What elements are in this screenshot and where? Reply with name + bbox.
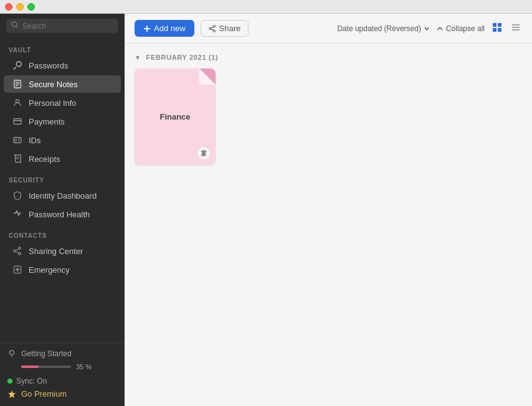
progress-percentage: 35 % [76,363,92,371]
health-icon [12,209,22,219]
chevron-down-icon [424,26,430,32]
svg-point-29 [213,30,215,32]
contacts-section-label: CONTACTS [0,224,125,242]
svg-rect-34 [498,23,501,27]
sidebar-item-emergency[interactable]: Emergency [4,261,121,278]
add-new-label: Add new [154,24,186,33]
lightbulb-icon [7,349,16,358]
svg-point-6 [16,100,19,103]
svg-rect-36 [498,28,501,32]
svg-line-32 [211,29,213,30]
svg-rect-33 [493,23,496,27]
progress-bar-bg [21,366,71,368]
svg-marker-25 [8,390,16,397]
list-view-button[interactable] [510,21,522,35]
add-new-button[interactable]: Add new [135,20,194,37]
svg-point-15 [19,247,21,250]
sidebar-item-label: Identity Dashboard [29,191,97,201]
sync-row: Sync: On [7,377,117,385]
month-header[interactable]: ▼ FEBRUARY 2021 (1) [135,54,522,61]
progress-bar-container: 35 % [21,363,117,371]
go-premium-row[interactable]: Go Premium [7,388,117,400]
key-icon [12,60,22,70]
note-icon [12,79,22,89]
getting-started-row: Getting Started [7,349,117,358]
share-icon [12,246,22,256]
collapse-triangle-icon: ▼ [135,54,141,61]
progress-bar-fill [21,366,39,368]
sidebar-item-label: Sharing Center [29,247,83,256]
grid-icon [492,22,502,32]
svg-point-10 [15,139,17,141]
sidebar-item-passwords[interactable]: Passwords [4,57,121,74]
shield-icon [12,191,22,201]
share-icon [209,25,216,32]
search-input[interactable] [22,22,113,31]
sort-control[interactable]: Date updated (Reversed) [337,24,430,33]
svg-rect-35 [493,28,496,32]
gear-icon [200,149,207,157]
svg-line-1 [16,26,18,28]
titlebar [0,0,532,14]
list-icon [511,22,521,32]
svg-point-16 [19,253,21,255]
sidebar-item-label: Personal Info [29,98,77,108]
collapse-icon [436,25,444,32]
note-card-finance[interactable]: Finance [135,68,216,165]
grid-view-button[interactable] [491,21,503,35]
toolbar: Add new Share Date updated (Reversed) Co… [125,14,532,44]
collapse-all-button[interactable]: Collapse all [436,24,485,33]
sync-label: Sync: On [16,377,47,385]
share-button[interactable]: Share [201,20,249,37]
sidebar-item-label: IDs [29,136,41,145]
sidebar-item-secure-notes[interactable]: Secure Notes [4,75,121,93]
cards-grid: Finance [135,68,522,165]
svg-point-30 [209,27,211,29]
svg-line-19 [16,252,18,253]
main-content: Add new Share Date updated (Reversed) Co… [125,14,532,406]
month-group: ▼ FEBRUARY 2021 (1) Finance [135,54,522,165]
security-section-label: SECURITY [0,168,125,186]
sort-label: Date updated (Reversed) [337,24,421,33]
sidebar-item-label: Payments [29,117,65,126]
maximize-button[interactable] [27,3,35,11]
close-button[interactable] [5,3,12,11]
svg-point-0 [12,22,17,27]
sidebar-item-identity-dashboard[interactable]: Identity Dashboard [4,187,121,204]
id-icon [12,135,22,145]
note-card-title: Finance [159,112,190,121]
share-label: Share [219,24,241,33]
collapse-label: Collapse all [446,24,485,33]
star-icon [7,390,16,399]
emergency-icon [12,265,22,275]
svg-rect-7 [14,119,21,125]
minimize-button[interactable] [16,3,24,11]
sidebar-item-ids[interactable]: IDs [4,131,121,149]
svg-line-18 [16,249,18,250]
svg-line-31 [211,27,213,28]
vault-section-label: VAULT [0,38,125,56]
sidebar-item-label: Receipts [29,154,60,164]
sidebar-item-payments[interactable]: Payments [4,113,121,130]
svg-point-28 [213,25,215,27]
sidebar-item-label: Passwords [29,61,69,70]
search-bar[interactable] [6,19,118,33]
receipt-icon [12,154,22,164]
card-icon [12,116,22,126]
sidebar-item-receipts[interactable]: Receipts [4,150,121,168]
svg-point-17 [14,250,16,252]
gear-button[interactable] [197,146,211,160]
sidebar-item-personal-info[interactable]: Personal Info [4,94,121,111]
content-area: ▼ FEBRUARY 2021 (1) Finance [125,44,532,406]
sidebar: VAULT Passwords Secure Notes Personal In… [0,14,125,406]
sidebar-item-label: Secure Notes [29,80,78,89]
sidebar-footer: Getting Started 35 % Sync: On Go Premium [0,342,125,406]
sidebar-item-password-health[interactable]: Password Health [4,205,121,223]
premium-label: Go Premium [21,389,67,399]
search-icon [11,21,19,31]
app-body: VAULT Passwords Secure Notes Personal In… [0,14,532,406]
sync-indicator [7,379,12,384]
sidebar-item-sharing-center[interactable]: Sharing Center [4,242,121,260]
person-icon [12,98,22,108]
getting-started-label: Getting Started [21,349,72,358]
